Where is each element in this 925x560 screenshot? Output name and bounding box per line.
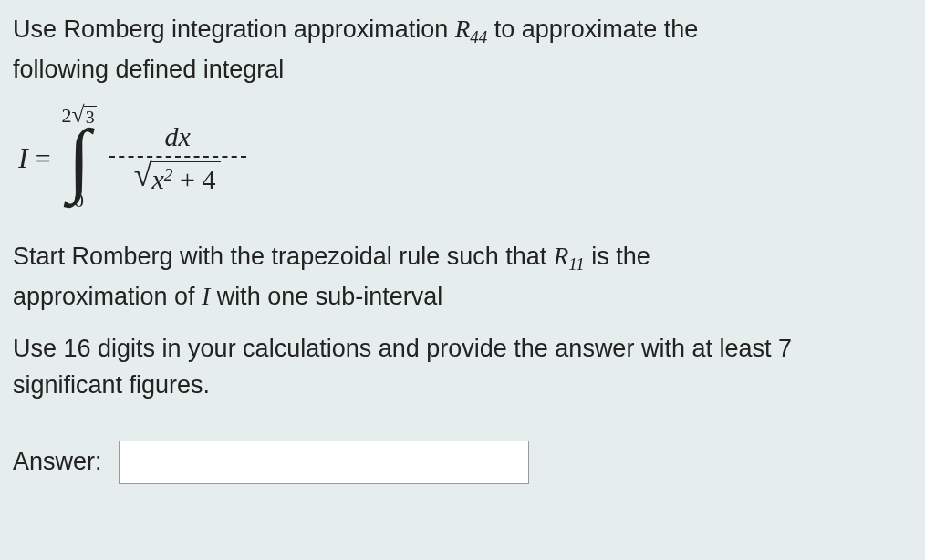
answer-input[interactable] [119, 441, 529, 484]
integral-lower-limit: 0 [74, 189, 84, 213]
intro-text-2: following defined integral [13, 56, 284, 83]
integral-lhs: I [18, 141, 28, 175]
fraction-numerator: dx [157, 121, 197, 156]
start-text: Start Romberg with the trapezoidal rule … [13, 238, 912, 315]
intro-text-1: Use Romberg integration approximation [13, 16, 455, 43]
intro-text-1-end: to approximate the [487, 16, 698, 43]
equals-sign: = [36, 143, 51, 174]
fraction-denominator: √ x2 + 4 [130, 158, 225, 195]
digits-text: Use 16 digits in your calculations and p… [13, 330, 912, 404]
integral-upper-limit: 2√3 [62, 104, 97, 128]
integral-sign-icon: ∫ [68, 130, 90, 187]
integral-expression: I = 2√3 ∫ 0 dx √ x2 + 4 [18, 106, 912, 211]
integral-sign-block: 2√3 ∫ 0 [62, 106, 97, 211]
integrand-fraction: dx √ x2 + 4 [109, 121, 246, 195]
sqrt-icon: √ [134, 159, 152, 192]
answer-label: Answer: [13, 448, 102, 476]
answer-row: Answer: [13, 441, 912, 484]
r44-symbol: R44 [455, 16, 487, 43]
question-intro: Use Romberg integration approximation R4… [13, 11, 912, 88]
